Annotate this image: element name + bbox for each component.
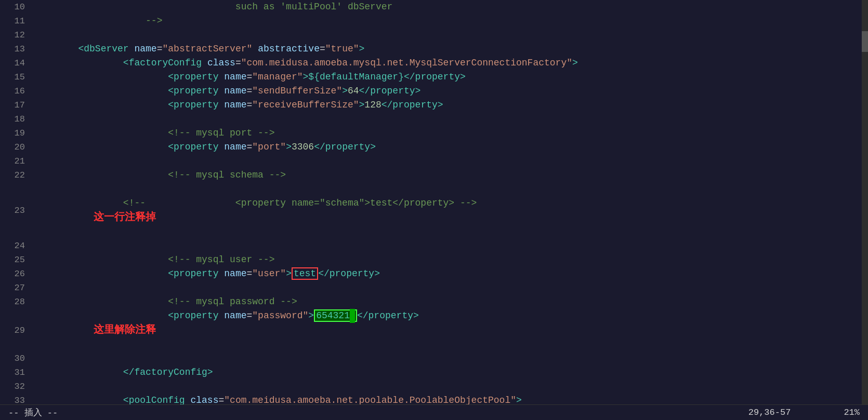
code-line-29: 29 <property name="password">654321 </pr… xyxy=(0,309,868,351)
line-number-29: 29 xyxy=(0,323,31,337)
line-number-15: 15 xyxy=(0,70,31,84)
line-number-19: 19 xyxy=(0,126,31,140)
code-line-25: 25 <!-- mysql user --> xyxy=(0,253,868,267)
code-line-19: 19 <!-- mysql port --> xyxy=(0,126,868,140)
code-line-21: 21 xyxy=(0,154,868,168)
line-content-16: <property name="sendBufferSize">64</prop… xyxy=(31,84,868,98)
code-line-14: 14 <factoryConfig class="com.meidusa.amo… xyxy=(0,56,868,70)
line-number-30: 30 xyxy=(0,351,31,365)
line-number-27: 27 xyxy=(0,281,31,295)
code-line-32: 32 xyxy=(0,380,868,394)
code-line-33: 33 <poolConfig class="com.meidusa.amoeba… xyxy=(0,394,868,404)
line-number-10: 10 xyxy=(0,0,31,14)
line-number-13: 13 xyxy=(0,42,31,56)
line-content-21 xyxy=(31,154,868,168)
line-content-13: <dbServer name="abstractServer" abstract… xyxy=(31,42,868,56)
code-line-18: 18 xyxy=(0,112,868,126)
line-content-28: <!-- mysql password --> xyxy=(31,295,868,309)
line-content-17: <property name="receiveBufferSize">128</… xyxy=(31,98,868,112)
text-cursor xyxy=(350,309,355,323)
line-number-11: 11 xyxy=(0,14,31,28)
line-content-15: <property name="manager">${defaultManage… xyxy=(31,70,868,84)
editor: 10 such as 'multiPool' dbServer 11 --> 1… xyxy=(0,0,868,404)
status-bar: -- 插入 -- 29,36-57 21% xyxy=(0,404,868,420)
line-number-26: 26 xyxy=(0,267,31,281)
line-content-26: <property name="user">test</property> xyxy=(31,267,868,281)
line-number-33: 33 xyxy=(0,394,31,404)
code-line-17: 17 <property name="receiveBufferSize">12… xyxy=(0,98,868,112)
line-number-18: 18 xyxy=(0,112,31,126)
code-line-11: 11 --> xyxy=(0,14,868,28)
line-number-25: 25 xyxy=(0,253,31,267)
highlight-user-value: test xyxy=(292,267,318,280)
code-line-27: 27 xyxy=(0,281,868,295)
line-content-29: <property name="password">654321 </prope… xyxy=(31,309,868,351)
line-number-12: 12 xyxy=(0,28,31,42)
line-content-32 xyxy=(31,380,868,394)
highlight-password-value: 654321 xyxy=(314,309,357,322)
code-line-13: 13 <dbServer name="abstractServer" abstr… xyxy=(0,42,868,56)
code-line-12: 12 xyxy=(0,28,868,42)
line-number-17: 17 xyxy=(0,98,31,112)
line-number-28: 28 xyxy=(0,295,31,309)
code-line-31: 31 </factoryConfig> xyxy=(0,365,868,380)
line-content-10: such as 'multiPool' dbServer xyxy=(31,0,868,14)
line-content-19: <!-- mysql port --> xyxy=(31,126,868,140)
line-number-20: 20 xyxy=(0,140,31,154)
line-content-25: <!-- mysql user --> xyxy=(31,253,868,267)
code-line-16: 16 <property name="sendBufferSize">64</p… xyxy=(0,84,868,98)
code-line-30: 30 xyxy=(0,351,868,365)
code-line-23: 23 <!-- <property name="schema">test</pr… xyxy=(0,182,868,239)
line-number-31: 31 xyxy=(0,365,31,380)
code-line-22: 22 <!-- mysql schema --> xyxy=(0,168,868,182)
line-number-22: 22 xyxy=(0,168,31,182)
line-content-30 xyxy=(31,351,868,365)
code-line-10: 10 such as 'multiPool' dbServer xyxy=(0,0,868,14)
code-area: 10 such as 'multiPool' dbServer 11 --> 1… xyxy=(0,0,868,404)
line-content-31: </factoryConfig> xyxy=(31,365,868,380)
code-line-28: 28 <!-- mysql password --> xyxy=(0,295,868,309)
line-number-21: 21 xyxy=(0,154,31,168)
code-line-24: 24 xyxy=(0,239,868,253)
cursor-position: 29,36-57 21% xyxy=(748,408,860,417)
line-number-24: 24 xyxy=(0,239,31,253)
code-line-20: 20 <property name="port">3306</property> xyxy=(0,140,868,154)
code-line-15: 15 <property name="manager">${defaultMan… xyxy=(0,70,868,84)
scrollbar[interactable] xyxy=(862,0,868,404)
line-content-24 xyxy=(31,239,868,253)
line-number-16: 16 xyxy=(0,84,31,98)
line-content-33: <poolConfig class="com.meidusa.amoeba.ne… xyxy=(31,394,868,404)
line-number-14: 14 xyxy=(0,56,31,70)
line-content-12 xyxy=(31,28,868,42)
annotation-line23: 这一行注释掉 xyxy=(94,211,156,223)
line-number-23: 23 xyxy=(0,204,31,218)
line-content-23: <!-- <property name="schema">test</prope… xyxy=(31,182,868,239)
code-line-26: 26 <property name="user">test</property> xyxy=(0,267,868,281)
line-content-18 xyxy=(31,112,868,126)
line-content-20: <property name="port">3306</property> xyxy=(31,140,868,154)
editor-mode: -- 插入 -- xyxy=(8,407,748,418)
line-content-14: <factoryConfig class="com.meidusa.amoeba… xyxy=(31,56,868,70)
annotation-line29: 这里解除注释 xyxy=(94,324,156,336)
scrollbar-thumb[interactable] xyxy=(862,31,868,52)
line-number-32: 32 xyxy=(0,380,31,394)
line-content-11: --> xyxy=(31,14,868,28)
line-content-27 xyxy=(31,281,868,295)
line-content-22: <!-- mysql schema --> xyxy=(31,168,868,182)
